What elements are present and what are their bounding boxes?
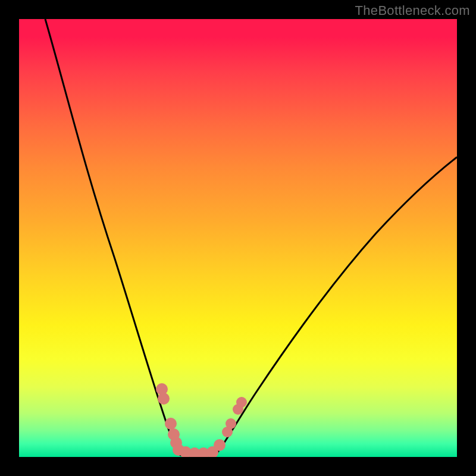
marker-right-upper-b [236, 397, 247, 408]
plot-area [19, 19, 457, 457]
marker-left-upper-b [158, 393, 170, 405]
watermark-text: TheBottleneck.com [355, 3, 470, 18]
marker-left-lower-a [165, 418, 177, 430]
chart-frame: TheBottleneck.com [0, 0, 476, 476]
curves-svg [19, 19, 457, 457]
right-curve [215, 157, 457, 455]
marker-right-lower-a [214, 439, 226, 451]
marker-right-mid-b [226, 418, 236, 429]
